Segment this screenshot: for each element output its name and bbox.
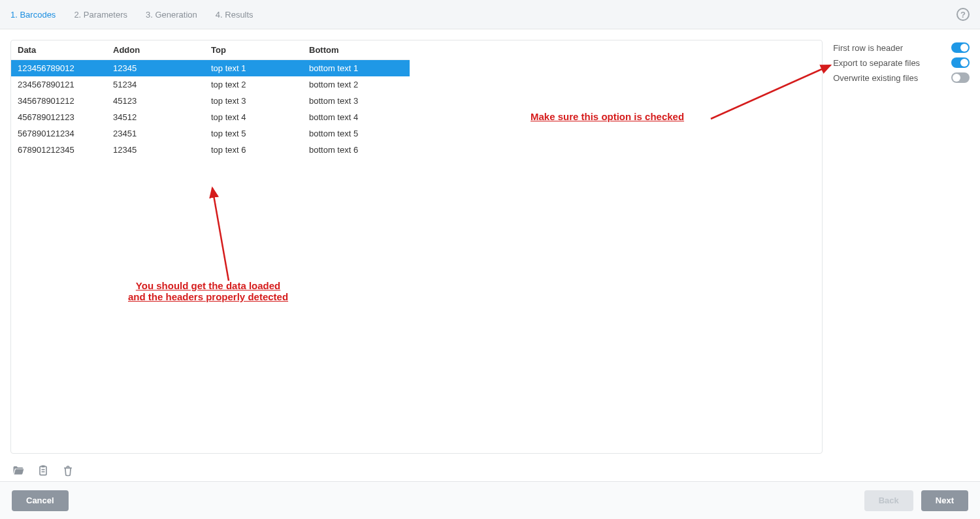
table-row[interactable]: 23456789012151234top text 2bottom text 2 (11, 76, 410, 93)
next-button[interactable]: Next (921, 490, 968, 511)
table-tools (0, 464, 980, 481)
table-cell: 12345 (109, 60, 207, 77)
back-button: Back (864, 490, 913, 511)
wizard-step-1[interactable]: 1. Barcodes (10, 10, 56, 20)
wizard-step-3[interactable]: 3. Generation (146, 10, 197, 20)
table-cell: 34512 (109, 109, 207, 125)
annotation-bottom-line2: and the headers properly detected (128, 291, 288, 302)
table-row[interactable]: 12345678901212345top text 1bottom text 1 (11, 60, 410, 77)
table-row[interactable]: 45678901212334512top text 4bottom text 4 (11, 109, 410, 125)
table-cell: 456789012123 (11, 109, 109, 125)
data-table-panel: DataAddonTopBottom 12345678901212345top … (10, 40, 823, 454)
table-cell: 12345 (109, 142, 207, 158)
table-row[interactable]: 34567890121245123top text 3bottom text 3 (11, 93, 410, 109)
table-cell: 45123 (109, 93, 207, 109)
table-cell: bottom text 1 (305, 60, 410, 77)
clipboard-icon[interactable] (37, 464, 50, 477)
option-label: Overwrite existing files (833, 73, 918, 83)
option-row: First row is header (833, 42, 970, 53)
table-cell: 678901212345 (11, 142, 109, 158)
trash-icon[interactable] (61, 464, 74, 477)
column-header[interactable]: Bottom (305, 40, 410, 60)
table-cell: top text 3 (207, 93, 305, 109)
svg-rect-3 (42, 465, 45, 467)
table-cell: 51234 (109, 76, 207, 93)
cancel-button[interactable]: Cancel (12, 490, 69, 511)
table-cell: 23451 (109, 125, 207, 142)
table-cell: top text 2 (207, 76, 305, 93)
wizard-steps: 1. Barcodes2. Parameters3. Generation4. … (10, 10, 253, 20)
table-cell: bottom text 2 (305, 76, 410, 93)
table-cell: top text 5 (207, 125, 305, 142)
annotation-bottom-line1: You should get the data loaded (128, 280, 288, 291)
help-icon[interactable]: ? (956, 8, 970, 21)
table-row[interactable]: 67890121234512345top text 6bottom text 6 (11, 142, 410, 158)
wizard-step-2[interactable]: 2. Parameters (74, 10, 127, 20)
wizard-step-4[interactable]: 4. Results (216, 10, 253, 20)
table-cell: top text 1 (207, 60, 305, 77)
option-toggle[interactable] (951, 72, 970, 83)
table-cell: bottom text 4 (305, 109, 410, 125)
table-cell: 345678901212 (11, 93, 109, 109)
column-header[interactable]: Top (207, 40, 305, 60)
table-cell: top text 6 (207, 142, 305, 158)
option-label: Export to separate files (833, 58, 920, 68)
table-cell: 123456789012 (11, 60, 109, 77)
options-panel: First row is headerExport to separate fi… (833, 40, 970, 454)
annotation-right: Make sure this option is checked (531, 111, 684, 122)
table-cell: bottom text 5 (305, 125, 410, 142)
table-cell: bottom text 3 (305, 93, 410, 109)
option-row: Overwrite existing files (833, 72, 970, 83)
svg-rect-2 (40, 466, 46, 475)
option-label: First row is header (833, 43, 903, 53)
table-cell: 567890121234 (11, 125, 109, 142)
open-folder-icon[interactable] (12, 464, 25, 477)
column-header[interactable]: Data (11, 40, 109, 60)
data-table: DataAddonTopBottom 12345678901212345top … (11, 40, 410, 158)
wizard-steps-bar: 1. Barcodes2. Parameters3. Generation4. … (0, 0, 980, 29)
table-row[interactable]: 56789012123423451top text 5bottom text 5 (11, 125, 410, 142)
table-cell: top text 4 (207, 109, 305, 125)
option-toggle[interactable] (951, 57, 970, 68)
footer-bar: Cancel Back Next (0, 481, 980, 519)
option-row: Export to separate files (833, 57, 970, 68)
option-toggle[interactable] (951, 42, 970, 53)
table-cell: 234567890121 (11, 76, 109, 93)
table-cell: bottom text 6 (305, 142, 410, 158)
column-header[interactable]: Addon (109, 40, 207, 60)
annotation-bottom: You should get the data loaded and the h… (128, 280, 288, 302)
